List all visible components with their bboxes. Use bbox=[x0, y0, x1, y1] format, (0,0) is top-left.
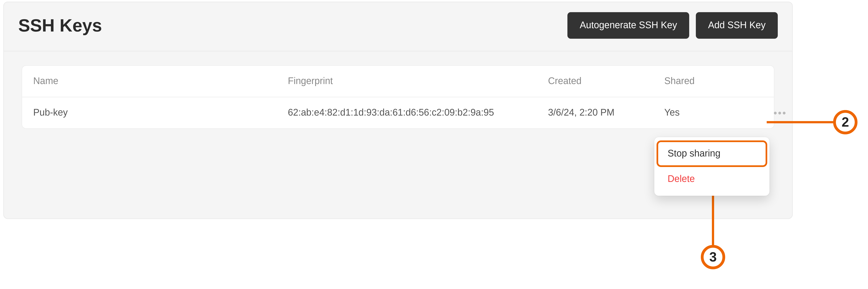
callout-number: 3 bbox=[709, 249, 717, 265]
autogenerate-ssh-key-button[interactable]: Autogenerate SSH Key bbox=[567, 12, 689, 39]
delete-menu-item[interactable]: Delete bbox=[658, 167, 766, 191]
cell-fingerprint: 62:ab:e4:82:d1:1d:93:da:61:d6:56:c2:09:b… bbox=[288, 107, 548, 118]
callout-badge-2: 2 bbox=[833, 110, 858, 134]
stop-sharing-menu-item[interactable]: Stop sharing bbox=[658, 142, 766, 166]
callout-number: 2 bbox=[842, 114, 849, 130]
table-header-row: Name Fingerprint Created Shared bbox=[22, 66, 774, 97]
panel-header: SSH Keys Autogenerate SSH Key Add SSH Ke… bbox=[4, 2, 792, 51]
more-icon bbox=[774, 111, 776, 114]
cell-name: Pub-key bbox=[33, 107, 288, 118]
ssh-keys-table: Name Fingerprint Created Shared Pub-key … bbox=[22, 65, 774, 129]
add-ssh-key-button[interactable]: Add SSH Key bbox=[696, 12, 778, 39]
header-actions: Autogenerate SSH Key Add SSH Key bbox=[567, 12, 778, 39]
cell-actions bbox=[747, 107, 787, 118]
more-icon bbox=[778, 111, 781, 114]
ssh-keys-panel: SSH Keys Autogenerate SSH Key Add SSH Ke… bbox=[3, 2, 793, 219]
page-title: SSH Keys bbox=[18, 15, 102, 36]
callout-badge-3: 3 bbox=[701, 245, 725, 269]
cell-created: 3/6/24, 2:20 PM bbox=[548, 107, 664, 118]
cell-shared: Yes bbox=[664, 107, 747, 118]
more-icon bbox=[782, 111, 785, 114]
callout-line-2 bbox=[767, 121, 833, 123]
col-header-shared: Shared bbox=[664, 76, 747, 87]
col-header-fingerprint: Fingerprint bbox=[288, 76, 548, 87]
table-row: Pub-key 62:ab:e4:82:d1:1d:93:da:61:d6:56… bbox=[22, 97, 774, 128]
col-header-created: Created bbox=[548, 76, 664, 87]
col-header-name: Name bbox=[33, 76, 288, 87]
row-more-button[interactable] bbox=[772, 107, 787, 118]
row-actions-dropdown: Stop sharing Delete bbox=[654, 137, 770, 196]
